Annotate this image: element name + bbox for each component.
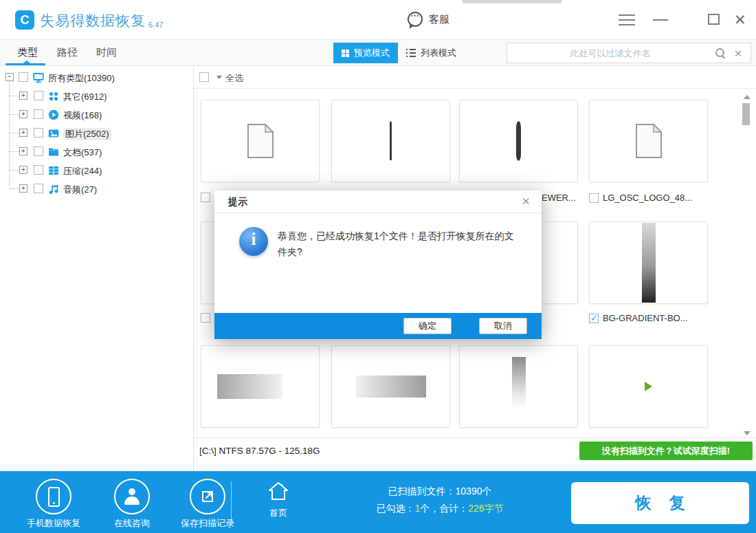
tab-type[interactable]: 类型 bbox=[17, 46, 38, 59]
tree-item-label[interactable]: 压缩(244) bbox=[63, 165, 102, 177]
file-thumbnail[interactable] bbox=[589, 221, 708, 304]
file-name-partial[interactable]: EWER... bbox=[542, 193, 576, 203]
tree-item-archive[interactable]: + 压缩(244) bbox=[0, 163, 193, 178]
video-play-icon bbox=[48, 109, 59, 120]
collapse-icon[interactable]: − bbox=[5, 73, 14, 81]
file-name-row bbox=[201, 193, 210, 202]
search-input[interactable] bbox=[514, 48, 707, 58]
online-consult-button[interactable]: 在线咨询 bbox=[93, 479, 170, 530]
cancel-button[interactable]: 取消 bbox=[479, 318, 527, 334]
chevron-down-icon[interactable] bbox=[216, 76, 222, 79]
tree-connector-stub bbox=[10, 114, 19, 115]
home-button[interactable]: 首页 bbox=[256, 481, 301, 519]
file-thumbnail[interactable] bbox=[201, 100, 320, 182]
tree-item-audio[interactable]: + 音频(27) bbox=[0, 182, 193, 197]
tree-item-label[interactable]: 文档(537) bbox=[63, 146, 102, 159]
tab-bar: 类型 路径 时间 预览模式 列表模式 bbox=[0, 40, 756, 66]
scrollbar-thumb[interactable] bbox=[742, 103, 750, 125]
gradient-bar-thumbnail bbox=[512, 357, 526, 406]
file-thumbnail[interactable] bbox=[331, 345, 450, 428]
maximize-icon[interactable] bbox=[708, 14, 720, 25]
tab-time[interactable]: 时间 bbox=[96, 46, 117, 59]
prompt-dialog: 提示 恭喜您，已经成功恢复1个文件！是否打开恢复所在的文件夹? 确定 取消 bbox=[214, 191, 542, 339]
thumbnail-bar bbox=[516, 121, 521, 161]
tree-item-other[interactable]: + 其它(6912) bbox=[0, 89, 193, 104]
minimize-icon[interactable] bbox=[653, 19, 668, 21]
tree-item-document[interactable]: + 文档(537) bbox=[0, 144, 193, 160]
phone-recovery-button[interactable]: 手机数据恢复 bbox=[15, 479, 92, 530]
tree-item-label[interactable]: 所有类型(10390) bbox=[48, 72, 115, 85]
action-label: 保存扫描记录 bbox=[169, 517, 246, 530]
tree-item-label[interactable]: 图片(2502) bbox=[63, 128, 111, 140]
file-checkbox[interactable] bbox=[589, 193, 599, 203]
checkbox[interactable] bbox=[34, 128, 43, 138]
file-checkbox[interactable] bbox=[201, 193, 210, 202]
file-checkbox[interactable] bbox=[201, 313, 210, 323]
file-thumbnail[interactable] bbox=[589, 100, 708, 182]
file-thumbnail[interactable] bbox=[459, 345, 578, 428]
scrollbar-down-icon[interactable] bbox=[744, 431, 751, 435]
tree-item-label[interactable]: 视频(168) bbox=[63, 109, 102, 122]
checkbox[interactable] bbox=[34, 91, 43, 100]
save-scan-record-button[interactable]: 保存扫描记录 bbox=[169, 479, 246, 530]
search-icon[interactable] bbox=[715, 47, 726, 58]
tree-connector-stub bbox=[10, 188, 19, 189]
select-all-checkbox[interactable] bbox=[199, 72, 209, 82]
checkbox[interactable] bbox=[34, 146, 43, 156]
filename-filter-box bbox=[507, 43, 751, 63]
title-bar: 失易得数据恢复 6.47 客服 bbox=[0, 0, 756, 40]
ok-button[interactable]: 确定 bbox=[403, 318, 452, 334]
expand-icon[interactable]: + bbox=[19, 184, 27, 193]
tree-item-label[interactable]: 音频(27) bbox=[63, 184, 97, 196]
phone-icon bbox=[48, 487, 60, 507]
file-thumbnail[interactable] bbox=[331, 100, 450, 182]
file-checkbox-checked[interactable] bbox=[589, 314, 599, 323]
gradient-bar-thumbnail bbox=[356, 376, 426, 398]
list-view-icon bbox=[406, 49, 416, 57]
close-icon[interactable] bbox=[734, 12, 751, 27]
tree-item-all-types[interactable]: − 所有类型(10390) bbox=[0, 70, 193, 85]
file-type-tree: − 所有类型(10390) + 其它(6912) + 视频(168) + 图片(… bbox=[0, 66, 194, 471]
checkbox[interactable] bbox=[34, 109, 43, 119]
checkbox[interactable] bbox=[34, 184, 43, 193]
expand-icon[interactable]: + bbox=[19, 129, 27, 137]
music-note-icon bbox=[48, 184, 59, 195]
file-name[interactable]: BG-GRADIENT-BO... bbox=[603, 313, 688, 323]
preview-mode-button[interactable]: 预览模式 bbox=[333, 43, 398, 63]
deep-scan-button[interactable]: 没有扫描到文件？试试深度扫描! bbox=[579, 442, 753, 460]
scrollbar-up-icon[interactable] bbox=[744, 95, 751, 99]
dialog-close-icon[interactable] bbox=[522, 195, 533, 208]
select-all-row: 全选 bbox=[194, 66, 756, 89]
clear-search-icon[interactable] bbox=[734, 47, 744, 58]
file-thumbnail[interactable] bbox=[589, 345, 708, 428]
file-thumbnail[interactable] bbox=[201, 345, 320, 428]
select-all-label[interactable]: 全选 bbox=[225, 72, 243, 85]
tab-path[interactable]: 路径 bbox=[57, 46, 78, 59]
grid-dots-icon bbox=[48, 91, 59, 102]
tree-item-video[interactable]: + 视频(168) bbox=[0, 107, 193, 122]
file-name-row: LG_OSC_LOGO_48... bbox=[589, 193, 692, 203]
dialog-header: 提示 bbox=[214, 191, 542, 213]
customer-service-button[interactable]: 客服 bbox=[408, 12, 449, 27]
file-name[interactable]: LG_OSC_LOGO_48... bbox=[603, 193, 692, 203]
archive-icon bbox=[48, 165, 59, 176]
checkbox[interactable] bbox=[34, 165, 43, 175]
document-icon bbox=[247, 123, 274, 159]
tree-item-label[interactable]: 其它(6912) bbox=[63, 91, 107, 103]
app-version: 6.47 bbox=[148, 21, 163, 30]
file-name-row: BG-GRADIENT-BO... bbox=[589, 313, 688, 323]
list-mode-button[interactable]: 列表模式 bbox=[406, 43, 456, 63]
file-thumbnail[interactable] bbox=[459, 100, 578, 182]
expand-icon[interactable]: + bbox=[19, 166, 27, 174]
action-label: 手机数据恢复 bbox=[15, 517, 92, 530]
expand-icon[interactable]: + bbox=[19, 110, 27, 118]
dialog-footer: 确定 取消 bbox=[214, 313, 542, 339]
tree-item-image[interactable]: + 图片(2502) bbox=[0, 126, 193, 141]
recover-button[interactable]: 恢 复 bbox=[571, 482, 749, 524]
expand-icon[interactable]: + bbox=[19, 91, 27, 100]
checkbox[interactable] bbox=[19, 72, 28, 82]
info-icon bbox=[239, 227, 268, 256]
menu-icon[interactable] bbox=[619, 14, 635, 25]
dialog-message: 恭喜您，已经成功恢复1个文件！是否打开恢复所在的文件夹? bbox=[278, 228, 522, 260]
expand-icon[interactable]: + bbox=[19, 147, 27, 155]
